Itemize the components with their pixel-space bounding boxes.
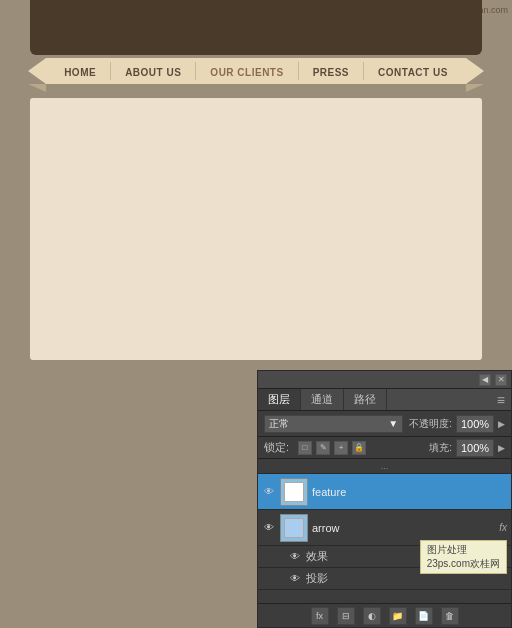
canvas-area: 思锐设计论坛 www.missyuan.com HOME ABOUT US OU…: [0, 0, 512, 370]
effect-eye-icon[interactable]: 👁: [288, 550, 302, 564]
tab-layers[interactable]: 图层: [258, 389, 301, 410]
lock-pixels-icon[interactable]: □: [298, 441, 312, 455]
lock-icons: □ ✎ + 🔒: [298, 441, 366, 455]
layer-feature-name: feature: [312, 486, 507, 498]
header-bar: [30, 0, 482, 55]
tab-menu-icon[interactable]: ≡: [491, 392, 511, 408]
ps-new-layer-button[interactable]: 📄: [415, 607, 433, 625]
opacity-label: 不透明度:: [409, 417, 452, 431]
layer-arrow-name: arrow: [312, 522, 495, 534]
layer-arrow-eye-icon[interactable]: 👁: [262, 521, 276, 535]
nav-item-contact[interactable]: CONTACT US: [364, 62, 462, 80]
lock-row: 锁定: □ ✎ + 🔒 填充: 100% ▶: [258, 437, 511, 459]
nav-link-contact[interactable]: CONTACT US: [378, 67, 448, 78]
fill-label: 填充:: [429, 441, 452, 455]
nav-menu: HOME ABOUT US OUR CLIENTS PRESS CONTACT …: [50, 62, 462, 80]
shadow-label: 投影: [306, 571, 328, 586]
layer-feature[interactable]: 👁 feature: [258, 474, 511, 510]
ps-tabs: 图层 通道 路径 ≡: [258, 389, 511, 411]
opacity-arrow: ▶: [498, 419, 505, 429]
ps-fx-button[interactable]: fx: [311, 607, 329, 625]
tab-paths[interactable]: 路径: [344, 389, 387, 410]
blend-mode-arrow: ▼: [388, 418, 398, 429]
opacity-row: 不透明度: 100% ▶: [409, 415, 505, 433]
layer-feature-eye-icon[interactable]: 👁: [262, 485, 276, 499]
lock-position-icon[interactable]: 🔒: [352, 441, 366, 455]
ps-delete-button[interactable]: 🗑: [441, 607, 459, 625]
scroll-position: ...: [258, 459, 511, 474]
fill-value[interactable]: 100%: [456, 439, 494, 457]
ps-group-button[interactable]: 📁: [389, 607, 407, 625]
opacity-value[interactable]: 100%: [456, 415, 494, 433]
nav-link-about[interactable]: ABOUT US: [125, 67, 181, 78]
tooltip-line2: 23ps.com欢桂网: [427, 557, 500, 571]
lock-all-icon[interactable]: +: [334, 441, 348, 455]
fill-arrow: ▶: [498, 443, 505, 453]
ps-close-btn[interactable]: ✕: [495, 374, 507, 386]
effect-label: 效果: [306, 549, 328, 564]
blend-opacity-row: 正常 ▼ 不透明度: 100% ▶: [258, 411, 511, 437]
blend-mode-value: 正常: [269, 417, 289, 431]
fill-row: 填充: 100% ▶: [429, 439, 505, 457]
ps-tooltip: 图片处理 23ps.com欢桂网: [420, 540, 507, 574]
ps-titlebar: ◀ ✕: [258, 371, 511, 389]
layers-list: ... 👁 feature 👁 arrow fx 👁 效果 图片处理 23ps.…: [258, 459, 511, 603]
layer-feature-thumb: [280, 478, 308, 506]
ribbon: HOME ABOUT US OUR CLIENTS PRESS CONTACT …: [46, 58, 466, 84]
tab-channels[interactable]: 通道: [301, 389, 344, 410]
content-box: [30, 98, 482, 360]
ps-adjustment-button[interactable]: ◐: [363, 607, 381, 625]
nav-link-press[interactable]: PRESS: [313, 67, 349, 78]
photoshop-panel: ◀ ✕ 图层 通道 路径 ≡ 正常 ▼ 不透明度: 100% ▶ 锁定: □ ✎…: [257, 370, 512, 628]
ribbon-wrap: HOME ABOUT US OUR CLIENTS PRESS CONTACT …: [0, 58, 512, 84]
nav-item-about[interactable]: ABOUT US: [111, 62, 196, 80]
blend-mode-dropdown[interactable]: 正常 ▼: [264, 415, 403, 433]
layer-arrow-thumb: [280, 514, 308, 542]
tooltip-line1: 图片处理: [427, 543, 500, 557]
nav-link-home[interactable]: HOME: [64, 67, 96, 78]
nav-item-press[interactable]: PRESS: [299, 62, 364, 80]
lock-move-icon[interactable]: ✎: [316, 441, 330, 455]
ribbon-right-fold: [466, 84, 484, 92]
layer-arrow-fx: fx: [499, 522, 507, 533]
ps-new-fill-button[interactable]: ⊟: [337, 607, 355, 625]
shadow-eye-icon[interactable]: 👁: [288, 572, 302, 586]
ps-collapse-btn[interactable]: ◀: [479, 374, 491, 386]
effect-row-effects: 👁 效果 图片处理 23ps.com欢桂网: [258, 546, 511, 568]
lock-label: 锁定:: [264, 440, 292, 455]
ribbon-left-fold: [28, 84, 46, 92]
nav-item-home[interactable]: HOME: [50, 62, 111, 80]
ps-bottom-toolbar: fx ⊟ ◐ 📁 📄 🗑: [258, 603, 511, 627]
nav-link-clients[interactable]: OUR CLIENTS: [210, 67, 283, 78]
nav-item-clients[interactable]: OUR CLIENTS: [196, 62, 298, 80]
